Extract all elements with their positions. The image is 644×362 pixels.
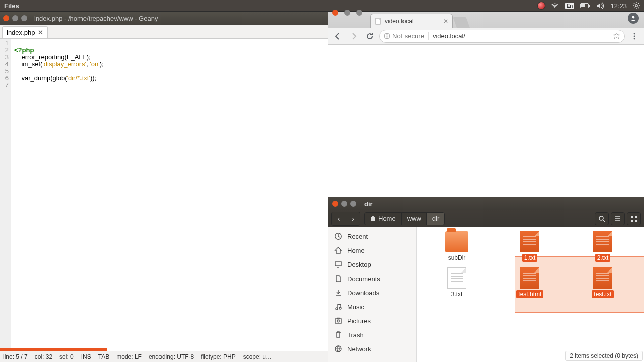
tab-close-icon[interactable]: ✕ (38, 29, 43, 36)
file-view[interactable]: subDir 1.txt 2.txt 3.txt test.html (417, 227, 644, 362)
chrome-tabstrip: video.local ✕ (328, 12, 644, 28)
places-sidebar: Recent Home Desktop Documents Downloads … (328, 227, 417, 362)
code-area[interactable]: <?php error_reporting(E_ALL); ini_set('d… (11, 39, 104, 351)
settings-gear-icon[interactable] (633, 2, 640, 9)
geany-file-tab[interactable]: index.php ✕ (2, 26, 48, 38)
window-maximize-icon[interactable] (350, 201, 356, 207)
file-test-html[interactable]: test.html (497, 267, 562, 298)
list-view-button[interactable] (611, 212, 625, 225)
sidebar-item-recent[interactable]: Recent (328, 229, 416, 243)
sidebar-item-documents[interactable]: Documents (328, 272, 416, 286)
address-bar[interactable]: Not secure video.local/ (379, 30, 625, 43)
geany-titlebar[interactable]: index.php - /home/trepachev/www - Geany (0, 12, 328, 25)
svg-point-10 (634, 35, 635, 37)
browser-tab[interactable]: video.local ✕ (370, 14, 453, 28)
window-maximize-icon[interactable] (21, 15, 27, 21)
status-scope: scope: u… (243, 353, 272, 360)
status-mode: mode: LF (116, 353, 142, 360)
svg-rect-15 (631, 220, 633, 222)
star-icon[interactable] (613, 32, 620, 40)
window-maximize-icon[interactable] (356, 10, 362, 16)
geany-tabbar: index.php ✕ (0, 25, 328, 39)
crumb-dir[interactable]: dir (427, 212, 445, 225)
nautilus-titlebar[interactable]: dir (328, 197, 644, 210)
page-content[interactable] (328, 45, 644, 197)
nautilus-statusbar: 2 items selected (0 bytes) (565, 351, 643, 361)
window-close-icon[interactable] (332, 10, 338, 16)
breadcrumb: Home www dir (364, 212, 445, 225)
sidebar-item-downloads[interactable]: Downloads (328, 286, 416, 300)
sidebar-item-network[interactable]: Network (328, 342, 416, 356)
language-indicator[interactable]: En (565, 3, 575, 9)
tab-label: index.php (7, 29, 35, 36)
system-menubar: Files En 12:23 (0, 0, 644, 11)
network-icon[interactable] (551, 2, 559, 9)
svg-point-11 (634, 38, 635, 39)
menu-button[interactable] (628, 30, 641, 43)
svg-rect-16 (635, 220, 637, 222)
sidebar-item-trash[interactable]: Trash (328, 328, 416, 342)
crumb-home[interactable]: Home (364, 212, 401, 225)
reload-button[interactable] (363, 30, 376, 43)
svg-rect-14 (635, 216, 637, 218)
tab-close-icon[interactable]: ✕ (443, 18, 448, 25)
sidebar-item-music[interactable]: Music (328, 300, 416, 314)
geany-window: index.php - /home/trepachev/www - Geany … (0, 12, 328, 362)
line-number-gutter: 1234567 (0, 39, 11, 351)
file-1-txt[interactable]: 1.txt (497, 231, 562, 262)
menubar-app-name[interactable]: Files (0, 2, 19, 10)
window-close-icon[interactable] (3, 15, 9, 21)
window-minimize-icon[interactable] (344, 10, 350, 16)
security-label: Not secure (392, 32, 424, 40)
svg-rect-2 (581, 4, 585, 7)
status-line: line: 5 / 7 (3, 353, 28, 360)
geany-editor[interactable]: 1234567 <?php error_reporting(E_ALL); in… (0, 39, 328, 351)
svg-point-20 (339, 307, 341, 309)
window-close-icon[interactable] (332, 201, 338, 207)
window-minimize-icon[interactable] (341, 201, 347, 207)
chrome-window: video.local ✕ Not secure video.local/ (328, 12, 644, 197)
status-sel: sel: 0 (59, 353, 74, 360)
folder-subdir[interactable]: subDir (424, 231, 490, 262)
nav-forward-button[interactable]: › (346, 212, 360, 225)
svg-point-12 (599, 216, 603, 220)
status-encoding: encoding: UTF-8 (149, 353, 194, 360)
svg-rect-21 (335, 319, 341, 323)
new-tab-button[interactable] (453, 17, 470, 28)
status-tab: TAB (98, 353, 109, 360)
file-2-txt[interactable]: 2.txt (570, 231, 635, 262)
geany-statusbar: line: 5 / 7 col: 32 sel: 0 INS TAB mode:… (0, 351, 328, 362)
svg-rect-13 (631, 216, 633, 218)
status-filetype: filetype: PHP (201, 353, 235, 360)
grid-view-button[interactable] (627, 212, 641, 225)
forward-button[interactable] (347, 30, 360, 43)
crumb-www[interactable]: www (401, 212, 427, 225)
status-ins: INS (81, 353, 91, 360)
screen-recording-indicator[interactable] (538, 2, 545, 9)
clock[interactable]: 12:23 (610, 2, 627, 10)
nautilus-toolbar: ‹ › Home www dir (328, 210, 644, 227)
volume-icon[interactable] (596, 2, 604, 9)
back-button[interactable] (331, 30, 344, 43)
chrome-toolbar: Not secure video.local/ (328, 28, 644, 45)
battery-icon[interactable] (580, 3, 590, 9)
window-minimize-icon[interactable] (12, 15, 18, 21)
file-3-txt[interactable]: 3.txt (424, 267, 490, 298)
file-test-txt[interactable]: test.txt (570, 267, 635, 298)
svg-point-3 (635, 5, 637, 7)
geany-title-text: index.php - /home/trepachev/www - Geany (34, 15, 158, 22)
horizontal-scrollbar-thumb[interactable] (0, 348, 107, 351)
svg-rect-18 (335, 262, 341, 266)
status-col: col: 32 (35, 353, 52, 360)
svg-point-9 (634, 33, 635, 34)
url-text: video.local/ (433, 32, 465, 40)
nautilus-title-text: dir (364, 200, 373, 208)
sidebar-item-home[interactable]: Home (328, 243, 416, 257)
sidebar-item-pictures[interactable]: Pictures (328, 314, 416, 328)
page-icon (375, 18, 382, 25)
nav-back-button[interactable]: ‹ (332, 212, 346, 225)
search-button[interactable] (595, 212, 609, 225)
svg-rect-8 (387, 36, 387, 38)
profile-avatar[interactable] (628, 13, 639, 24)
sidebar-item-desktop[interactable]: Desktop (328, 257, 416, 272)
